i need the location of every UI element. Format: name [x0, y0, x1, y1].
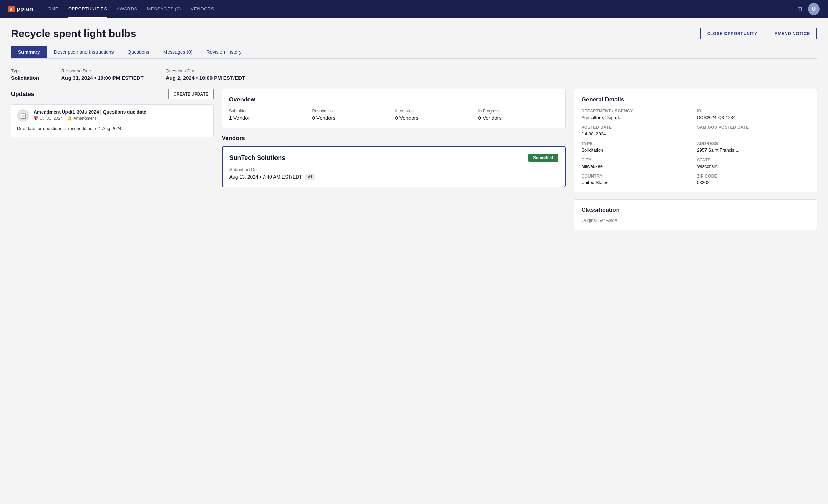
details-sam-posted-date: SAM.gov Posted Date - [697, 125, 810, 136]
overview-interested-label: Interested [395, 109, 476, 114]
details-state: State Wisconsin [697, 158, 810, 169]
overview-in-progress-value: 0 Vendors [478, 115, 558, 121]
nav-links: HOME OPPORTUNITIES AWARDS MESSAGES (0) V… [44, 1, 786, 18]
close-opportunity-button[interactable]: CLOSE OPPORTUNITY [700, 28, 764, 39]
details-dept-agency: Department / Agency Agriculture, Depart.… [581, 109, 694, 120]
grid-icon[interactable]: ⊞ [797, 5, 802, 13]
nav-awards[interactable]: AWARDS [117, 1, 137, 18]
details-address-label: Address [697, 141, 810, 146]
details-posted-date: Posted Date Jul 30, 2024 [581, 125, 694, 136]
general-details-card: General Details Department / Agency Agri… [574, 89, 817, 192]
navigation: a ppian HOME OPPORTUNITIES AWARDS MESSAG… [0, 0, 828, 18]
details-country-label: Country [581, 174, 694, 179]
details-grid: Department / Agency Agriculture, Depart.… [581, 109, 810, 185]
classification-card: Classification Original Set Aside [574, 199, 817, 230]
details-posted-value: Jul 30, 2024 [581, 131, 694, 136]
details-type: Type Solicitation [581, 141, 694, 153]
update-card-info: Amendment Updt1-30Jul2024 | Questions du… [34, 109, 146, 121]
general-details-title: General Details [581, 96, 810, 103]
details-type-value: Solicitation [581, 147, 694, 153]
overview-title: Overview [229, 96, 559, 103]
calendar-icon: 📅 [34, 116, 39, 121]
tab-questions[interactable]: Questions [121, 46, 156, 58]
details-zip-value: 53202 [697, 180, 810, 185]
vendors-title: Vendors [222, 135, 566, 142]
page-container: Recycle spent light bulbs CLOSE OPPORTUN… [0, 18, 828, 504]
meta-type-value: Solicitation [11, 75, 39, 81]
content-grid: Updates CREATE UPDATE 📋 Amendment Updt1-… [11, 89, 817, 230]
vendor-version-badge: V1 [305, 174, 315, 180]
details-sam-value: - [697, 131, 810, 136]
vendor-card[interactable]: SunTech Solutions Submitted Submitted On… [222, 146, 566, 187]
updates-title: Updates [11, 91, 34, 98]
overview-interested-value: 0 Vendors [395, 115, 476, 121]
details-city: City Milwaukee [581, 158, 694, 169]
meta-type-label: Type [11, 68, 39, 73]
nav-opportunities[interactable]: OPPORTUNITIES [68, 1, 107, 18]
updates-section: Updates CREATE UPDATE 📋 Amendment Updt1-… [11, 89, 214, 230]
right-section: General Details Department / Agency Agri… [574, 89, 817, 230]
nav-home[interactable]: HOME [44, 1, 58, 18]
details-city-label: City [581, 158, 694, 162]
meta-questions-value: Aug 2, 2024 • 10:00 PM EST/EDT [166, 75, 245, 81]
update-type: 🔔 Amendment [67, 116, 96, 121]
overview-interested: Interested 0 Vendors [395, 109, 476, 121]
details-state-value: Wisconsin [697, 164, 810, 169]
overview-resubmission-label: Resubmissi... [312, 109, 393, 114]
details-sam-label: SAM.gov Posted Date [697, 125, 810, 130]
update-date: 📅 Jul 30, 2024 [34, 116, 63, 121]
update-card-body: Due date for questions is rescheduled to… [17, 125, 208, 132]
create-update-button[interactable]: CREATE UPDATE [168, 89, 213, 99]
meta-response-due: Response Due Aug 31, 2024 • 10:00 PM EST… [61, 68, 144, 81]
details-country: Country United States [581, 174, 694, 185]
bell-icon: 🔔 [67, 116, 72, 121]
details-zip-label: Zip Code [697, 174, 810, 179]
overview-grid: Submitted 1 Vendor Resubmissi... 0 Vendo… [229, 109, 559, 121]
original-set-aside-label: Original Set Aside [581, 218, 810, 223]
update-icon: 📋 [17, 109, 29, 122]
details-zip: Zip Code 53202 [697, 174, 810, 185]
overview-submitted-label: Submitted [229, 109, 309, 114]
tab-description[interactable]: Description and Instructions [47, 46, 121, 58]
nav-right: ⊞ U [797, 3, 820, 15]
vendors-section: Vendors SunTech Solutions Submitted Subm… [222, 135, 566, 187]
details-id-value: DOS2024-Q3-1234 [697, 115, 810, 120]
update-card-title: Amendment Updt1-30Jul2024 | Questions du… [34, 109, 146, 115]
nav-messages[interactable]: MESSAGES (0) [147, 1, 181, 18]
meta-response-label: Response Due [61, 68, 144, 73]
nav-vendors[interactable]: VENDORS [191, 1, 214, 18]
vendor-card-header: SunTech Solutions Submitted [230, 154, 558, 162]
overview-in-progress: In Progress 0 Vendors [478, 109, 558, 121]
vendor-name: SunTech Solutions [230, 154, 286, 162]
overview-in-progress-label: In Progress [478, 109, 558, 114]
update-card: 📋 Amendment Updt1-30Jul2024 | Questions … [11, 104, 214, 137]
page-title: Recycle spent light bulbs [11, 28, 136, 39]
meta-questions-due: Questions Due Aug 2, 2024 • 10:00 PM EST… [166, 68, 245, 81]
vendor-submitted-label: Submitted On [230, 167, 558, 172]
update-card-meta: 📅 Jul 30, 2024 🔔 Amendment [34, 116, 146, 121]
page-header: Recycle spent light bulbs CLOSE OPPORTUN… [11, 28, 817, 39]
overview-submitted: Submitted 1 Vendor [229, 109, 309, 121]
overview-section: Overview Submitted 1 Vendor Resubmissi..… [222, 89, 566, 128]
details-state-label: State [697, 158, 810, 162]
app-logo[interactable]: a ppian [8, 6, 33, 12]
overview-resubmission: Resubmissi... 0 Vendors [312, 109, 393, 121]
details-dept-value: Agriculture, Depart... [581, 115, 694, 120]
update-card-header: 📋 Amendment Updt1-30Jul2024 | Questions … [17, 109, 208, 122]
details-country-value: United States [581, 180, 694, 185]
header-buttons: CLOSE OPPORTUNITY AMEND NOTICE [700, 28, 817, 39]
meta-questions-label: Questions Due [166, 68, 245, 73]
user-avatar[interactable]: U [808, 3, 820, 15]
vendor-submitted-value: Aug 13, 2024 • 7:40 AM EST/EDT V1 [230, 174, 558, 180]
details-posted-label: Posted Date [581, 125, 694, 130]
tab-revision-history[interactable]: Revision History [199, 46, 248, 58]
meta-row: Type Solicitation Response Due Aug 31, 2… [11, 68, 817, 81]
tab-summary[interactable]: Summary [11, 46, 47, 58]
classification-title: Classification [581, 207, 810, 214]
updates-header: Updates CREATE UPDATE [11, 89, 214, 99]
amend-notice-button[interactable]: AMEND NOTICE [768, 28, 817, 39]
details-city-value: Milwaukee [581, 164, 694, 169]
details-id-label: ID [697, 109, 810, 114]
tabs: Summary Description and Instructions Que… [11, 46, 817, 58]
tab-messages[interactable]: Messages (0) [156, 46, 200, 58]
